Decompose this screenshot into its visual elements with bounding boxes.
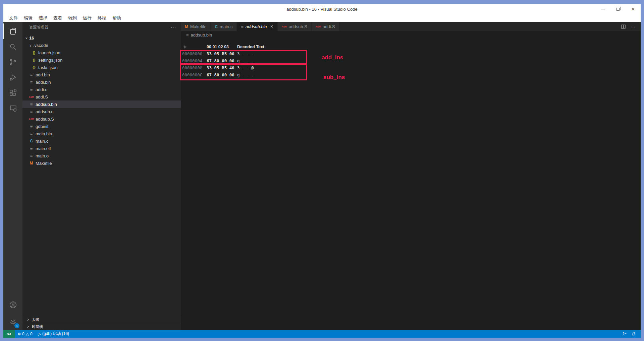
debug-launch-status[interactable]: ▷ (gdb) 启动 (16) [35,330,72,338]
hex-editor: 00 01 02 03 Decoded Text 0000000033 05 B… [181,44,641,78]
tree-item-vscode[interactable]: ∨.vscode [22,42,181,49]
run-debug-icon [9,73,17,82]
tree-item-main-bin[interactable]: ≡main.bin [22,130,181,137]
chevron-down-icon: ∨ [24,36,29,40]
section-timeline[interactable]: > 时间线 [22,323,181,330]
tree-item-label: settings.json [38,58,62,63]
minimize-button[interactable] [595,4,610,14]
tree-item-makefile[interactable]: MMakefile [22,159,181,167]
menu-item[interactable]: 查看 [50,14,65,22]
activity-item-account[interactable] [3,297,22,313]
tree-item-main-c[interactable]: Cmain.c [22,137,181,145]
notifications-bell-icon[interactable] [630,330,637,338]
decoded-char: . [242,58,247,63]
tab-addsub-bin[interactable]: ≡addsub.bin✕ [237,22,277,31]
menu-item[interactable]: 编辑 [21,14,36,22]
tree-item-addsub-bin[interactable]: ≡addsub.bin [22,100,181,108]
binary-file-icon: ≡ [29,102,34,107]
tree-item-label: addsub.S [36,117,54,122]
section-outline[interactable]: > 大纲 [22,316,181,323]
decoded-char: . [242,51,247,56]
tree-item-addsub-s[interactable]: ASMaddsub.S [22,115,181,123]
tab-makefile[interactable]: MMakefile [181,22,211,31]
problems-status[interactable]: ⊗ 0 △ 0 [15,330,35,338]
hex-header-row: 00 01 02 03 Decoded Text [181,44,641,50]
activity-item-settings[interactable]: 1 [3,315,22,330]
activity-item-run-debug[interactable] [3,70,22,85]
tab-bar: MMakefileCmain.c≡addsub.bin✕ASMaddsub.SA… [181,22,641,31]
tree-item-settings-json[interactable]: {}settings.json [22,56,181,64]
tree-item-label: main.bin [36,131,52,136]
tree-item-add-bin[interactable]: ≡add.bin [22,71,181,78]
tree-item-main-elf[interactable]: ≡main.elf [22,145,181,152]
tree-item-addi-bin[interactable]: ≡addi.bin [22,78,181,86]
hex-decoded-header: Decoded Text [237,45,264,49]
files-icon [9,27,18,36]
split-editor-icon[interactable] [621,24,626,29]
restore-button[interactable] [610,4,626,14]
account-icon [9,300,17,309]
hex-row[interactable]: 0000000C67 80 00 00g... [181,71,641,78]
menu-item[interactable]: 选择 [36,14,50,22]
sidebar-header: 资源管理器 ··· [22,22,181,32]
tree-item-addi-o[interactable]: ≡addi.o [22,86,181,93]
tree-item-addi-s[interactable]: ASMaddi.S [22,93,181,100]
sidebar-more-actions[interactable]: ··· [171,25,176,30]
decoded-char: . [242,72,247,77]
decoded-char: . [251,51,256,56]
activity-item-search[interactable] [3,39,22,54]
asm-file-icon: ASM [29,96,34,98]
close-icon: ✕ [631,7,635,12]
tab-label: addsub.bin [246,24,267,29]
error-count: 0 [22,332,24,336]
status-bar-right [621,330,641,338]
tree-item-addsub-o[interactable]: ≡addsub.o [22,108,181,115]
tree-item-main-o[interactable]: ≡main.o [22,152,181,159]
menu-item[interactable]: 文件 [6,14,21,22]
menu-item[interactable]: 运行 [80,14,95,22]
tab-addsub-s[interactable]: ASMaddsub.S [278,22,312,31]
tab-main-c[interactable]: Cmain.c [211,22,237,31]
binary-file-icon: ≡ [29,131,34,136]
error-icon: ⊗ [17,332,21,336]
tree-item-label: add.bin [36,72,50,77]
menu-item[interactable]: 帮助 [109,14,124,22]
menu-item[interactable]: 终端 [95,14,109,22]
tree-item-gdbinit[interactable]: ≡gdbinit [22,123,181,130]
close-tab-icon[interactable]: ✕ [270,24,273,29]
decoded-char: @ [251,65,256,70]
hex-row[interactable]: 0000000033 05 B5 003... [181,50,641,57]
hex-address: 00000000 [182,51,207,56]
binary-file-icon: ≡ [29,72,34,77]
hex-decoded: 3..@ [237,65,256,70]
feedback-icon[interactable] [621,330,628,338]
hex-bytes-header: 00 01 02 03 [207,45,237,49]
tree-item-tasks-json[interactable]: {}tasks.json [22,64,181,71]
activity-item-remote-explorer[interactable] [3,100,22,116]
hex-settings-gear-icon[interactable] [182,45,187,50]
breadcrumb[interactable]: ≡ addsub.bin [181,31,641,39]
tree-item-label: main.o [36,153,49,158]
asm-file-icon: ASM [316,25,321,28]
remote-indicator[interactable]: >< [3,330,15,338]
editor-more-actions[interactable]: ··· [631,24,635,29]
close-button[interactable]: ✕ [626,4,641,14]
activity-item-explorer[interactable] [3,23,22,39]
menu-item[interactable]: 转到 [65,14,80,22]
tree-item-16[interactable]: ∨16 [22,34,181,42]
hex-address: 00000008 [182,65,207,70]
chevron-down-icon: ∨ [28,44,33,47]
tree-item-label: .vscode [33,43,48,48]
decoded-char: . [251,72,256,77]
decoded-char: . [247,58,251,63]
activity-item-extensions[interactable] [3,85,22,100]
tab-addi-s[interactable]: ASMaddi.S [312,22,339,31]
activity-item-source-control[interactable] [3,54,22,70]
hex-address: 00000004 [182,58,207,63]
hex-row[interactable]: 0000000833 05 B5 403..@ [181,64,641,71]
main-area: 1 资源管理器 ··· ∨16∨.vscode{}launch.json{}se… [3,22,641,330]
hex-decoded: g... [237,58,256,63]
decoded-char: . [242,65,247,70]
hex-row[interactable]: 0000000467 80 00 00g... [181,57,641,64]
tree-item-launch-json[interactable]: {}launch.json [22,49,181,56]
